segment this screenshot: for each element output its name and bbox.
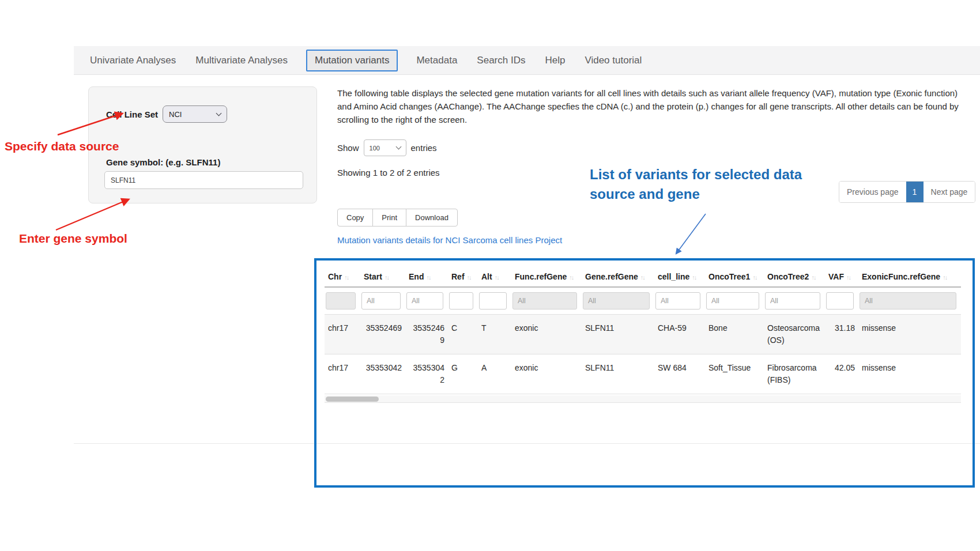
tab-help[interactable]: Help <box>544 50 566 71</box>
sort-icon[interactable]: ↑↓ <box>467 274 471 281</box>
sort-icon[interactable]: ↑↓ <box>640 274 644 281</box>
col-header-oncotree1[interactable]: OncoTree1↑↓ <box>705 266 764 287</box>
col-header-cell-line[interactable]: cell_line↑↓ <box>654 266 705 287</box>
header-row: Chr↑↓ Start↑↓ End↑↓ Ref↑↓ Alt↑↓ Func.ref… <box>325 266 961 287</box>
red-arrow-to-gene-input <box>56 199 129 230</box>
table-row[interactable]: chr17 35353042 35353042 G A exonic SLFN1… <box>325 354 961 394</box>
sort-icon[interactable]: ↑↓ <box>569 274 573 281</box>
tab-search-ids[interactable]: Search IDs <box>476 50 526 71</box>
col-header-vaf[interactable]: VAF↑↓ <box>825 266 858 287</box>
annotation-line-1: List of variants for selected data <box>590 165 802 184</box>
filter-gene-refgene[interactable] <box>583 292 650 310</box>
tab-univariate-analyses[interactable]: Univariate Analyses <box>89 50 177 71</box>
print-button[interactable]: Print <box>372 209 406 227</box>
annotation-enter-gene-symbol: Enter gene symbol <box>19 232 127 246</box>
page-length-select[interactable]: 100 <box>364 139 406 156</box>
sort-icon[interactable]: ↑↓ <box>943 274 947 281</box>
sort-icon[interactable]: ↑↓ <box>385 274 389 281</box>
show-entries-row: Show 100 entries <box>337 139 437 156</box>
export-button-group: Copy Print Download <box>337 209 458 227</box>
sort-icon[interactable]: ↑↓ <box>692 274 696 281</box>
annotation-list-of-variants: List of variants for selected data sourc… <box>590 165 802 204</box>
page: Univariate Analyses Multivariate Analyse… <box>0 0 980 551</box>
controls-panel: Cell Line Set NCI Gene symbol: (e.g. SLF… <box>88 86 317 203</box>
sort-icon[interactable]: ↑↓ <box>752 274 756 281</box>
scrollbar-thumb[interactable] <box>326 397 379 402</box>
gene-symbol-input[interactable] <box>104 171 303 189</box>
col-header-alt[interactable]: Alt↑↓ <box>478 266 511 287</box>
annotation-specify-data-source: Specify data source <box>5 139 119 153</box>
chevron-down-icon <box>395 144 401 150</box>
sort-icon[interactable]: ↑↓ <box>426 274 430 281</box>
filter-start[interactable] <box>361 292 401 310</box>
table-description-text: The following table displays the selecte… <box>337 86 971 126</box>
copy-button[interactable]: Copy <box>337 209 373 227</box>
filter-row <box>325 287 961 315</box>
top-navbar: Univariate Analyses Multivariate Analyse… <box>74 46 980 75</box>
mutation-variants-details-link[interactable]: Mutation variants details for NCI Sarcom… <box>337 235 562 245</box>
filter-end[interactable] <box>406 292 443 310</box>
col-header-exonicfunc-refgene[interactable]: ExonicFunc.refGene↑↓ <box>858 266 961 287</box>
annotation-line-2: source and gene <box>590 184 802 204</box>
cell-line-set-value: NCI <box>169 110 182 119</box>
chevron-down-icon <box>216 110 222 116</box>
filter-oncotree1[interactable] <box>706 292 759 310</box>
sort-icon[interactable]: ↑↓ <box>811 274 815 281</box>
show-label: Show <box>337 143 359 153</box>
page-length-value: 100 <box>370 145 380 152</box>
showing-entries-status: Showing 1 to 2 of 2 entries <box>337 168 440 178</box>
filter-vaf[interactable] <box>826 292 854 310</box>
previous-page-button[interactable]: Previous page <box>839 182 906 202</box>
variants-table-wrapper: Chr↑↓ Start↑↓ End↑↓ Ref↑↓ Alt↑↓ Func.ref… <box>325 266 964 403</box>
filter-ref[interactable] <box>449 292 473 310</box>
col-header-start[interactable]: Start↑↓ <box>360 266 405 287</box>
filter-cell-line[interactable] <box>655 292 700 310</box>
sort-icon[interactable]: ↑↓ <box>495 274 499 281</box>
entries-label: entries <box>411 143 437 153</box>
cell-line-set-select[interactable]: NCI <box>163 105 227 123</box>
tab-video-tutorial[interactable]: Video tutorial <box>583 50 643 71</box>
filter-alt[interactable] <box>479 292 507 310</box>
filter-oncotree2[interactable] <box>765 292 820 310</box>
variants-table: Chr↑↓ Start↑↓ End↑↓ Ref↑↓ Alt↑↓ Func.ref… <box>325 266 961 394</box>
pagination: Previous page 1 Next page <box>839 181 975 203</box>
col-header-func-refgene[interactable]: Func.refGene↑↓ <box>511 266 582 287</box>
filter-chr[interactable] <box>326 292 356 310</box>
download-button[interactable]: Download <box>406 209 458 227</box>
filter-func-refgene[interactable] <box>512 292 577 310</box>
cell-line-set-label: Cell Line Set <box>106 110 158 119</box>
sort-icon[interactable]: ↑↓ <box>344 274 348 281</box>
filter-exonicfunc-refgene[interactable] <box>860 292 956 310</box>
col-header-end[interactable]: End↑↓ <box>405 266 448 287</box>
col-header-ref[interactable]: Ref↑↓ <box>448 266 478 287</box>
col-header-chr[interactable]: Chr↑↓ <box>325 266 360 287</box>
sort-icon[interactable]: ↑↓ <box>846 274 850 281</box>
tab-metadata[interactable]: Metadata <box>415 50 458 71</box>
horizontal-scrollbar[interactable] <box>325 395 961 403</box>
variants-table-highlight-box: Chr↑↓ Start↑↓ End↑↓ Ref↑↓ Alt↑↓ Func.ref… <box>314 258 975 488</box>
table-row[interactable]: chr17 35352469 35352469 C T exonic SLFN1… <box>325 315 961 354</box>
blue-arrow-to-table <box>676 214 706 254</box>
gene-symbol-label: Gene symbol: (e.g. SLFN11) <box>106 157 220 167</box>
tab-multivariate-analyses[interactable]: Multivariate Analyses <box>194 50 289 71</box>
tab-mutation-variants[interactable]: Mutation variants <box>306 50 398 71</box>
page-number-1[interactable]: 1 <box>906 182 924 202</box>
col-header-gene-refgene[interactable]: Gene.refGene↑↓ <box>582 266 654 287</box>
next-page-button[interactable]: Next page <box>924 182 975 202</box>
col-header-oncotree2[interactable]: OncoTree2↑↓ <box>764 266 825 287</box>
